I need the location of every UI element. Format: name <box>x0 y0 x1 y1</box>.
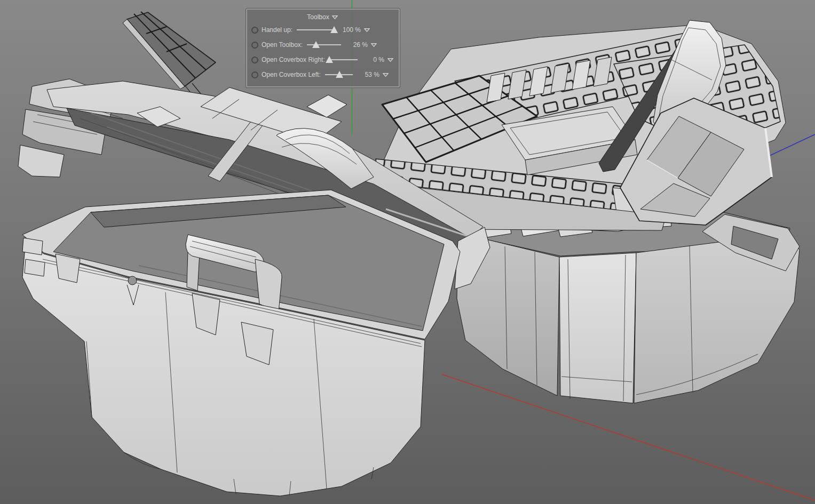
slider-value[interactable]: 100 % <box>338 26 361 34</box>
slider-thumb[interactable] <box>326 56 333 63</box>
radio-icon[interactable] <box>251 42 258 49</box>
viewport-3d[interactable] <box>0 0 815 504</box>
slider-thumb[interactable] <box>330 26 338 33</box>
slider-label: Handel up: <box>262 26 292 34</box>
slider-label: Open Coverbox Right: <box>262 56 325 63</box>
radio-icon[interactable] <box>251 27 258 34</box>
hud-slider-row-open-toolbox: Open Toolbox: 26 % <box>251 37 393 52</box>
radio-icon[interactable] <box>251 57 258 63</box>
slider-value[interactable]: 0 % <box>362 56 384 63</box>
slider-track[interactable] <box>329 56 358 63</box>
body-corner-pillar <box>559 253 636 403</box>
slider-value[interactable]: 53 % <box>357 71 379 78</box>
chevron-down-icon[interactable] <box>364 28 370 33</box>
hud-title-label: Toolbox <box>307 13 329 21</box>
chevron-down-icon[interactable] <box>371 43 377 47</box>
chevron-down-icon[interactable] <box>383 73 389 77</box>
hud-slider-row-handle-up: Handel up: 100 % <box>251 22 393 37</box>
slider-label: Open Coverbox Left: <box>262 71 321 78</box>
hud-slider-rows: Handel up: 100 % Open Toolbox: 26 % <box>251 22 393 82</box>
slider-label: Open Toolbox: <box>262 41 303 49</box>
chevron-down-icon <box>332 15 338 20</box>
radio-icon[interactable] <box>251 71 258 78</box>
slider-track[interactable] <box>297 26 334 34</box>
slider-value[interactable]: 26 % <box>345 41 368 49</box>
viewport-window: Toolbox Handel up: 100 % Open Toolbox: <box>0 0 815 504</box>
slider-track[interactable] <box>307 41 341 49</box>
hud-panel: Toolbox Handel up: 100 % Open Toolbox: <box>246 9 400 87</box>
slider-track[interactable] <box>325 71 353 78</box>
hud-title-row[interactable]: Toolbox <box>251 12 393 22</box>
hud-slider-row-open-coverbox-left: Open Coverbox Left: 53 % <box>251 67 393 82</box>
chevron-down-icon[interactable] <box>387 58 393 62</box>
hud-slider-row-open-coverbox-right: Open Coverbox Right: 0 % <box>251 52 393 67</box>
slider-thumb[interactable] <box>336 71 343 78</box>
slider-thumb[interactable] <box>312 41 320 48</box>
